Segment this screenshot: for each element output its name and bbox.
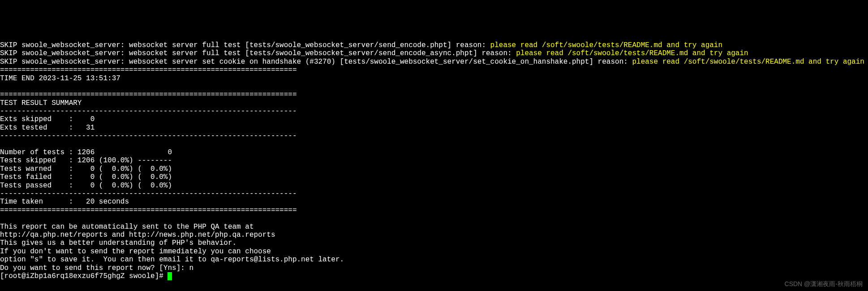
report-text: This report can be automatically sent to… (0, 223, 254, 231)
skip-reason: please read /soft/swoole/tests/README.md… (516, 49, 748, 57)
skip-line: SKIP swoole_websocket_server: websocket … (0, 49, 516, 57)
report-prompt: Do you want to send this report now? [Yn… (0, 264, 193, 272)
divider: ========================================… (0, 91, 297, 99)
skip-line: SKIP swoole_websocket_server: websocket … (0, 58, 632, 66)
skip-reason: please read /soft/swoole/tests/README.md… (632, 58, 864, 66)
number-of-tests: Number of tests : 1206 0 (0, 148, 172, 156)
exts-tested: Exts tested : 31 (0, 124, 95, 132)
report-text: http://qa.php.net/reports and http://new… (0, 231, 275, 239)
divider: ----------------------------------------… (0, 132, 297, 140)
report-text: If you don't want to send the report imm… (0, 248, 271, 256)
tests-passed: Tests passed : 0 ( 0.0%) ( 0.0%) (0, 182, 172, 190)
skip-line: SKIP swoole_websocket_server: websocket … (0, 41, 490, 49)
watermark: CSDN @潇湘夜雨-秋雨梧桐 (785, 280, 863, 287)
cursor[interactable] (168, 272, 172, 280)
tests-warned: Tests warned : 0 ( 0.0%) ( 0.0%) (0, 165, 172, 173)
tests-failed: Tests failed : 0 ( 0.0%) ( 0.0%) (0, 173, 172, 181)
report-text: option "s" to save it. You can then emai… (0, 256, 344, 264)
time-taken: Time taken : 20 seconds (0, 198, 129, 206)
terminal-output[interactable]: SKIP swoole_websocket_server: websocket … (0, 33, 868, 281)
exts-skipped: Exts skipped : 0 (0, 115, 95, 123)
divider: ----------------------------------------… (0, 190, 297, 198)
summary-header: TEST RESULT SUMMARY (0, 99, 82, 107)
divider: ----------------------------------------… (0, 107, 297, 115)
tests-skipped: Tests skipped : 1206 (100.0%) -------- (0, 156, 172, 165)
skip-reason: please read /soft/swoole/tests/README.md… (490, 41, 722, 49)
divider: ========================================… (0, 206, 297, 214)
report-text: This gives us a better understanding of … (0, 239, 236, 247)
divider: ========================================… (0, 66, 297, 74)
shell-prompt: [root@iZbp1a6rq18exzu6f75ghgZ swoole]# (0, 272, 168, 280)
time-end: TIME END 2023-11-25 13:51:37 (0, 74, 120, 83)
